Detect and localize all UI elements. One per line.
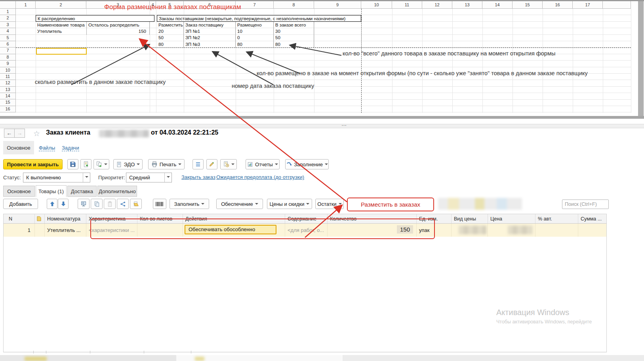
col-header[interactable] — [603, 1, 631, 9]
cell-right-block-title[interactable]: Заказы поставщикам (незакрытые, подтверж… — [157, 15, 361, 22]
col-header[interactable]: 13 — [452, 1, 482, 9]
row-header[interactable]: 1 — [0, 9, 16, 15]
cell-header-name[interactable]: Наименование товара — [36, 22, 86, 28]
cell-header-place[interactable]: Разместить — [157, 22, 184, 28]
col-header[interactable]: 7 — [236, 1, 274, 9]
status-combobox[interactable]: К выполнению — [23, 173, 90, 182]
cell-order-3[interactable]: ЗП №3 — [184, 41, 236, 48]
cell-placed-1[interactable]: 10 — [236, 28, 274, 35]
col-sum[interactable]: Сумма ... — [578, 214, 607, 223]
create-based-on-button[interactable] — [93, 159, 109, 169]
sheet-corner-cell[interactable] — [0, 1, 16, 9]
schedule-button[interactable] — [220, 159, 237, 169]
row-sum[interactable] — [578, 224, 607, 237]
cell-header-order[interactable]: Заказ поставщику — [184, 22, 236, 28]
row-header[interactable]: 6 — [0, 41, 16, 48]
sign-button[interactable] — [206, 159, 217, 169]
row-nomenclature[interactable]: Утеплитель ... — [45, 224, 86, 237]
cell-place-1[interactable]: 20 — [157, 28, 184, 35]
cell-header-total[interactable]: В заказе всего — [274, 22, 314, 28]
col-price[interactable]: Цена — [488, 214, 535, 223]
nav-tab-files[interactable]: Файлы — [39, 145, 55, 151]
prepayment-link[interactable]: Ожидается предоплата (до отгрузки) — [216, 174, 304, 180]
forward-button[interactable]: → — [14, 129, 25, 138]
open-document-button[interactable] — [130, 199, 142, 209]
row-header[interactable]: 2 — [0, 15, 16, 21]
pane-splitter[interactable] — [0, 124, 644, 128]
col-header[interactable]: 1 — [16, 1, 36, 9]
close-order-link[interactable]: Закрыть заказ — [181, 174, 215, 180]
row-header[interactable]: 3 — [0, 22, 16, 28]
chevron-down-icon[interactable] — [83, 173, 90, 182]
cell-order-2[interactable]: ЗП №2 — [184, 34, 236, 41]
taskbar-app-icon[interactable] — [195, 357, 204, 361]
col-header[interactable]: 16 — [543, 1, 573, 9]
row-header[interactable]: 15 — [0, 99, 16, 106]
row-auto-percent[interactable] — [535, 224, 578, 237]
priority-combobox[interactable]: Средний — [126, 173, 172, 182]
col-doc-icon[interactable] — [35, 214, 45, 223]
row-price[interactable] — [488, 224, 535, 237]
col-header[interactable]: 9 — [314, 1, 361, 9]
col-price-type[interactable]: Вид цены — [452, 214, 488, 223]
search-input[interactable] — [562, 200, 609, 209]
col-header[interactable]: 12 — [422, 1, 452, 9]
share-button[interactable] — [117, 199, 129, 209]
cell-total-2[interactable]: 50 — [274, 34, 314, 41]
tab-delivery[interactable]: Доставка — [67, 186, 97, 197]
edo-button[interactable]: ЭДО — [113, 159, 143, 169]
row-header[interactable]: 13 — [0, 87, 16, 93]
col-auto-percent[interactable]: % авт. — [535, 214, 578, 223]
col-header[interactable]: 2 — [36, 1, 86, 9]
structure-button[interactable] — [192, 159, 204, 169]
place-in-orders-button[interactable]: Разместить в заказах — [347, 198, 434, 211]
row-header[interactable]: 9 — [0, 61, 16, 67]
col-nomenclature[interactable]: Номенклатура — [45, 214, 86, 223]
nav-tab-tasks[interactable]: Задачи — [62, 145, 79, 151]
print-button[interactable]: Печать — [148, 159, 185, 169]
cell-total-1[interactable]: 30 — [274, 28, 314, 35]
sheet-horizontal-scrollbar[interactable] — [0, 116, 644, 119]
cell-left-block-title[interactable]: К распределению — [36, 15, 154, 22]
col-header[interactable]: 15 — [513, 1, 543, 9]
taskbar-app-icon[interactable] — [25, 357, 47, 361]
copy-button[interactable] — [91, 199, 103, 209]
cell-item-remain[interactable]: 150 — [86, 28, 150, 35]
post-and-close-button[interactable]: Провести и закрыть — [3, 159, 63, 169]
row-header[interactable]: 14 — [0, 93, 16, 99]
cell-place-3[interactable]: 80 — [157, 41, 184, 48]
move-down-button[interactable] — [58, 199, 69, 209]
save-button[interactable] — [67, 159, 78, 169]
sheet-vertical-scrollbar[interactable] — [638, 1, 644, 116]
stock-button[interactable]: Остатки — [315, 199, 344, 209]
add-row-button[interactable]: Добавить — [3, 199, 38, 209]
favorite-star-icon[interactable]: ☆ — [33, 129, 40, 138]
move-up-button[interactable] — [47, 199, 57, 209]
row-header[interactable]: 8 — [0, 54, 16, 61]
row-header[interactable]: 16 — [0, 106, 16, 112]
row-header[interactable]: 4 — [0, 28, 16, 34]
selected-cell[interactable] — [36, 48, 87, 55]
col-n[interactable]: N — [3, 214, 35, 223]
paste-button[interactable] — [104, 199, 116, 209]
cell-order-1[interactable]: ЗП №1 — [184, 28, 236, 35]
cell-header-remain[interactable]: Осталось распределить — [86, 22, 150, 28]
supply-button[interactable]: Обеспечение — [216, 199, 263, 209]
cell-header-placed[interactable]: Размещено — [236, 22, 274, 28]
reports-button[interactable]: Отчеты — [246, 159, 280, 169]
chevron-down-icon[interactable] — [164, 173, 171, 182]
tab-goods[interactable]: Товары (1) — [36, 185, 67, 197]
nav-tab-main[interactable]: Основное — [3, 141, 34, 154]
row-header[interactable]: 11 — [0, 74, 16, 80]
fill-table-button[interactable]: Заполнить — [170, 199, 209, 209]
cell-item-name[interactable]: Утеплитель — [36, 28, 86, 35]
col-header[interactable]: 8 — [274, 1, 314, 9]
row-doc-flag[interactable] — [35, 224, 45, 237]
cell-placed-2[interactable]: 0 — [236, 34, 274, 41]
row-header[interactable]: 7 — [0, 48, 16, 54]
col-header[interactable]: 11 — [392, 1, 422, 9]
row-price-type[interactable] — [452, 224, 488, 237]
back-button[interactable]: ← — [4, 129, 15, 138]
col-header[interactable]: 17 — [573, 1, 603, 9]
fill-menu-button[interactable]: Заполнение — [285, 159, 329, 169]
